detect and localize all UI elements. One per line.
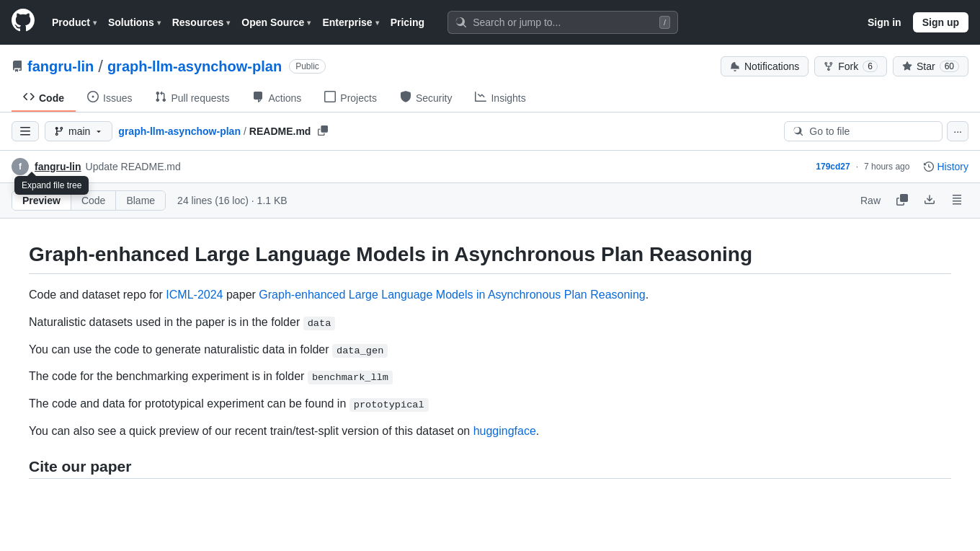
file-stats: 24 lines (16 loc) · 1.1 KB	[177, 195, 288, 206]
commit-sha-link[interactable]: 179cd27	[816, 162, 850, 172]
search-kbd: /	[659, 16, 670, 29]
download-button[interactable]	[918, 191, 941, 211]
tooltip-expand-file-tree: Expand file tree	[14, 176, 89, 195]
copy-icon	[318, 125, 328, 136]
go-to-file-wrapper: Raw Go to file ···	[784, 121, 968, 141]
top-nav: Product▾ Solutions▾ Resources▾ Open Sour…	[0, 0, 980, 45]
nav-enterprise[interactable]: Enterprise▾	[316, 11, 384, 34]
nav-product[interactable]: Product▾	[46, 11, 102, 34]
nav-search-box[interactable]: Search or jump to... /	[447, 11, 678, 34]
intro-prefix: Code and dataset repo for	[29, 288, 166, 301]
line2-prefix: Naturalistic datasets used in the paper …	[29, 316, 303, 328]
star-label: Star	[917, 61, 935, 72]
tab-pull-requests[interactable]: Pull requests	[143, 85, 241, 112]
tab-projects-label: Projects	[340, 92, 377, 104]
line3-prefix: You can use the code to generate natural…	[29, 343, 332, 356]
cite-heading: Cite our paper	[29, 458, 951, 479]
breadcrumb-filename: README.md	[249, 125, 311, 137]
copy-path-button[interactable]	[313, 124, 332, 139]
repo-tabs: Code Issues Pull requests Actions	[12, 85, 968, 112]
commit-meta: 179cd27 · 7 hours ago History	[816, 161, 968, 172]
bell-icon	[730, 61, 740, 71]
nav-solutions[interactable]: Solutions▾	[102, 11, 166, 34]
repo-owner-link[interactable]: fangru-lin	[27, 58, 94, 75]
breadcrumb: graph-llm-asynchow-plan / README.md	[118, 124, 332, 139]
tab-projects[interactable]: Projects	[313, 85, 388, 112]
line4-prefix: The code for the benchmarking experiment…	[29, 370, 308, 382]
notifications-button[interactable]: Notifications	[721, 56, 808, 76]
paper-link[interactable]: Graph-enhanced Large Language Models in …	[259, 288, 645, 301]
tab-issues[interactable]: Issues	[76, 85, 143, 112]
readme-title: Graph-enhanced Large Language Models in …	[29, 242, 951, 274]
go-to-file-button[interactable]: Raw Go to file	[784, 121, 943, 141]
path-separator: /	[98, 56, 103, 76]
file-actions: Raw	[855, 191, 968, 211]
commit-time: 7 hours ago	[864, 162, 909, 172]
readme-line4: The code for the benchmarking experiment…	[29, 367, 951, 386]
more-options-button[interactable]: ···	[947, 121, 968, 141]
tab-insights[interactable]: Insights	[463, 85, 537, 112]
star-icon	[902, 61, 912, 71]
repo-visibility-badge: Public	[289, 59, 326, 74]
intro-suffix: .	[646, 288, 649, 301]
history-label: History	[937, 161, 968, 172]
readme-line3: You can use the code to generate natural…	[29, 340, 951, 359]
breadcrumb-repo-link[interactable]: graph-llm-asynchow-plan	[118, 125, 241, 137]
star-button[interactable]: Star 60	[893, 56, 968, 76]
nav-pricing[interactable]: Pricing	[385, 11, 430, 34]
code-data: data	[303, 317, 336, 330]
line6-suffix: .	[536, 425, 539, 437]
tab-issues-label: Issues	[103, 92, 132, 104]
fork-label: Fork	[838, 61, 858, 72]
tab-code-label: Code	[39, 92, 64, 104]
nav-resources[interactable]: Resources▾	[166, 11, 236, 34]
file-toolbar: main graph-llm-asynchow-plan / README.md…	[0, 113, 980, 151]
security-tab-icon	[400, 91, 411, 105]
issues-tab-icon	[87, 91, 99, 105]
sign-up-button[interactable]: Sign up	[913, 12, 968, 32]
tab-code[interactable]: Code	[12, 85, 76, 112]
download-icon	[924, 194, 935, 206]
raw-button[interactable]: Raw	[855, 192, 886, 209]
icml-link[interactable]: ICML-2024	[166, 288, 223, 301]
tab-actions[interactable]: Actions	[241, 85, 313, 112]
chevron-down-icon	[94, 127, 103, 136]
line5-prefix: The code and data for prototypical exper…	[29, 397, 349, 410]
fork-icon	[824, 61, 834, 71]
notifications-label: Notifications	[744, 61, 799, 72]
star-count: 60	[940, 61, 959, 72]
copy-raw-button[interactable]	[891, 191, 914, 211]
commit-message: Update README.md	[86, 161, 181, 172]
huggingface-link[interactable]: huggingface	[473, 425, 536, 437]
github-logo[interactable]	[12, 9, 35, 37]
branch-selector[interactable]: main	[45, 121, 112, 141]
pull-requests-tab-icon	[155, 91, 166, 105]
fork-button[interactable]: Fork 6	[814, 56, 887, 76]
actions-tab-icon	[252, 91, 264, 105]
readme-content: Graph-enhanced Large Language Models in …	[0, 219, 980, 513]
code-tab-icon	[23, 91, 35, 105]
readme-line5: The code and data for prototypical exper…	[29, 394, 951, 413]
sign-in-button[interactable]: Sign in	[862, 12, 907, 32]
repo-name-link[interactable]: graph-llm-asynchow-plan	[107, 58, 282, 75]
go-to-file-text: Go to file	[809, 125, 850, 137]
repo-action-buttons: Notifications Fork 6 Star 60	[721, 56, 968, 76]
nav-links: Product▾ Solutions▾ Resources▾ Open Sour…	[46, 11, 430, 34]
search-icon-small	[793, 126, 803, 136]
sidebar-icon	[19, 125, 31, 137]
line6-prefix: You can also see a quick preview of our …	[29, 425, 473, 437]
repo-icon	[12, 61, 23, 72]
blame-tab[interactable]: Blame	[116, 191, 165, 210]
readme-intro: Code and dataset repo for ICML-2024 pape…	[29, 286, 951, 304]
history-button[interactable]: History	[924, 161, 968, 172]
toggle-file-tree-button[interactable]	[12, 121, 39, 141]
branch-name: main	[68, 125, 90, 137]
commit-author-link[interactable]: fangru-lin	[35, 161, 81, 172]
paper-text: paper	[223, 288, 259, 301]
outline-button[interactable]	[945, 191, 968, 211]
tab-security[interactable]: Security	[388, 85, 464, 112]
nav-open-source[interactable]: Open Source▾	[236, 11, 316, 34]
code-proto: prototypical	[349, 398, 429, 412]
breadcrumb-separator: /	[244, 125, 246, 137]
commit-bar: f fangru-lin Update README.md 179cd27 · …	[0, 151, 980, 183]
